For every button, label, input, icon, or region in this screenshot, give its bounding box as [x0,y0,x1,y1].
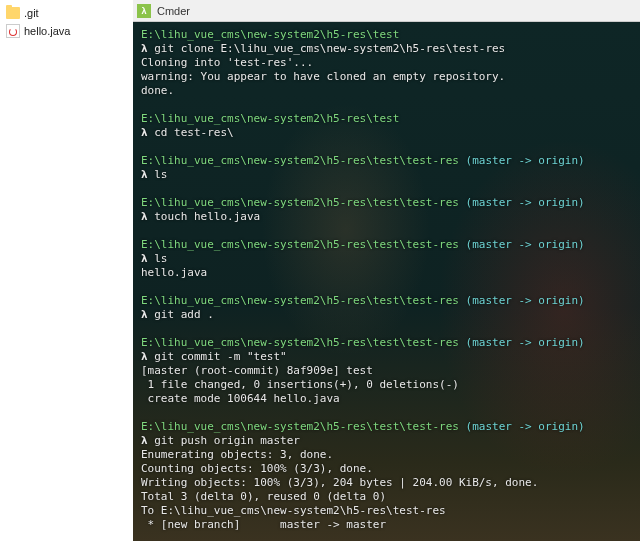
lambda-icon: λ [141,350,148,363]
cmd-text: ls [154,252,167,265]
prompt-path: E:\lihu_vue_cms\new-system2\h5-res\test\… [141,196,632,210]
cmd-line: λ git add . [141,308,632,322]
cmd-line: λ cd test-res\ [141,126,632,140]
prompt-path: E:\lihu_vue_cms\new-system2\h5-res\test\… [141,336,632,350]
blank-line [141,98,632,112]
cmd-line: λ ls [141,252,632,266]
cmd-text: git clone E:\lihu_vue_cms\new-system2\h5… [154,42,505,55]
lambda-icon: λ [141,210,148,223]
output-line: done. [141,84,632,98]
cmd-line: λ git commit -m "test" [141,350,632,364]
output-line: * [new branch] master -> master [141,518,632,532]
prompt-path: E:\lihu_vue_cms\new-system2\h5-res\test\… [141,238,632,252]
blank-line [141,182,632,196]
blank-line [141,140,632,154]
cmd-line: λ git clone E:\lihu_vue_cms\new-system2\… [141,42,632,56]
cmd-text: git add . [154,308,214,321]
app-icon: λ [137,4,151,18]
lambda-icon: λ [141,434,148,447]
output-line: Cloning into 'test-res'... [141,56,632,70]
title-bar[interactable]: λ Cmder [133,0,640,22]
output-line: To E:\lihu_vue_cms\new-system2\h5-res\te… [141,504,632,518]
output-line: Total 3 (delta 0), reused 0 (delta 0) [141,490,632,504]
blank-line [141,322,632,336]
window-title: Cmder [157,5,190,17]
file-item-hello-java[interactable]: hello.java [6,22,127,40]
blank-line [141,406,632,420]
cmd-line: λ git push origin master [141,434,632,448]
prompt-path: E:\lihu_vue_cms\new-system2\h5-res\test [141,28,632,42]
prompt-path: E:\lihu_vue_cms\new-system2\h5-res\test\… [141,154,632,168]
cmd-text: git commit -m "test" [154,350,286,363]
prompt-path: E:\lihu_vue_cms\new-system2\h5-res\test\… [141,420,632,434]
output-line: 1 file changed, 0 insertions(+), 0 delet… [141,378,632,392]
java-file-icon [6,24,20,38]
lambda-icon: λ [141,126,148,139]
output-line: create mode 100644 hello.java [141,392,632,406]
prompt-path: E:\lihu_vue_cms\new-system2\h5-res\test [141,112,632,126]
blank-line [141,224,632,238]
terminal-window: λ Cmder E:\lihu_vue_cms\new-system2\h5-r… [133,0,640,541]
cmd-text: git push origin master [154,434,300,447]
file-label: .git [24,7,39,19]
terminal-body[interactable]: E:\lihu_vue_cms\new-system2\h5-res\test … [133,22,640,541]
folder-icon [6,7,20,19]
output-line: hello.java [141,266,632,280]
lambda-icon: λ [141,42,148,55]
cmd-line: λ ls [141,168,632,182]
cmd-text: cd test-res\ [154,126,233,139]
cmd-text: ls [154,168,167,181]
file-item-git[interactable]: .git [6,4,127,22]
prompt-path: E:\lihu_vue_cms\new-system2\h5-res\test\… [141,294,632,308]
cmd-line: λ touch hello.java [141,210,632,224]
file-label: hello.java [24,25,70,37]
output-line: Enumerating objects: 3, done. [141,448,632,462]
output-line: Writing objects: 100% (3/3), 204 bytes |… [141,476,632,490]
lambda-icon: λ [141,308,148,321]
lambda-icon: λ [141,168,148,181]
blank-line [141,532,632,541]
output-line: warning: You appear to have cloned an em… [141,70,632,84]
cmd-text: touch hello.java [154,210,260,223]
file-explorer-panel: .git hello.java [0,0,133,541]
output-line: [master (root-commit) 8af909e] test [141,364,632,378]
output-line: Counting objects: 100% (3/3), done. [141,462,632,476]
blank-line [141,280,632,294]
lambda-icon: λ [141,252,148,265]
